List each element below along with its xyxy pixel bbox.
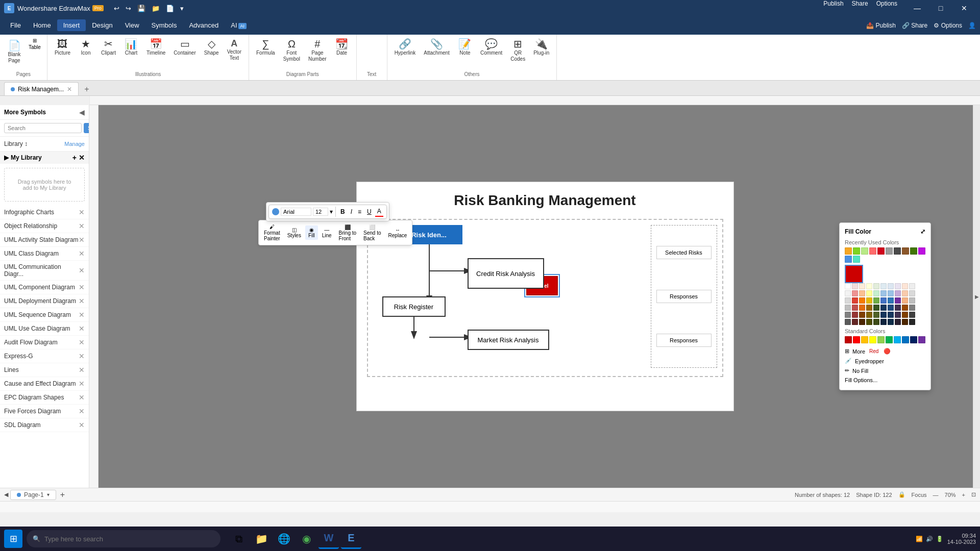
color-swatch[interactable]: [902, 247, 909, 255]
clipart-btn[interactable]: ✂ Clipart: [98, 37, 119, 58]
color-swatch[interactable]: [853, 256, 860, 263]
color-swatch[interactable]: [866, 290, 872, 296]
sidebar-item-close-icon[interactable]: ✕: [79, 297, 85, 305]
sidebar-item-close-icon[interactable]: ✕: [79, 352, 85, 360]
menu-item-symbols[interactable]: Symbols: [145, 19, 183, 31]
diagram-canvas[interactable]: Risk Banking Management Risk Iden... Lab…: [108, 105, 973, 488]
color-swatch[interactable]: [852, 319, 858, 325]
add-page-btn[interactable]: +: [58, 490, 67, 499]
color-swatch[interactable]: [888, 283, 894, 289]
color-swatch[interactable]: [909, 312, 915, 318]
sidebar-item-sdl-diagram[interactable]: SDL Diagram✕: [0, 418, 89, 432]
color-swatch[interactable]: [909, 319, 915, 325]
color-swatch[interactable]: [873, 297, 879, 304]
shape-risk-register[interactable]: Risk Register: [382, 296, 446, 317]
sidebar-item-close-icon[interactable]: ✕: [79, 249, 85, 258]
standard-color-swatch[interactable]: [845, 336, 852, 343]
close-library-btn[interactable]: ✕: [79, 154, 85, 162]
new-btn[interactable]: 📄: [164, 4, 176, 13]
font-size-down-icon[interactable]: ▾: [330, 208, 333, 215]
menu-item-advanced[interactable]: Advanced: [183, 19, 225, 31]
color-swatch[interactable]: [866, 283, 872, 289]
color-swatch[interactable]: [845, 319, 851, 325]
attachment-btn[interactable]: 📎 Attachment: [421, 37, 453, 58]
menu-item-file[interactable]: File: [4, 19, 27, 31]
undo-btn[interactable]: ↩: [112, 4, 121, 13]
share-icon[interactable]: 🔗 Share: [902, 22, 927, 29]
standard-color-swatch[interactable]: [894, 336, 901, 343]
color-swatch[interactable]: [873, 283, 879, 289]
blank-page-btn[interactable]: 📄 BlankPage: [4, 37, 24, 67]
color-swatch[interactable]: [909, 305, 915, 311]
fill-btn[interactable]: ◉ Fill: [305, 226, 318, 240]
color-swatch[interactable]: [880, 312, 887, 318]
standard-color-swatch[interactable]: [910, 336, 917, 343]
save-btn[interactable]: 💾: [135, 4, 148, 13]
publish-icon[interactable]: 📤 Publish: [866, 22, 896, 29]
color-swatch[interactable]: [845, 297, 851, 304]
taskbar-edge[interactable]: 🌐: [274, 529, 294, 549]
sidebar-item-express-g[interactable]: Express-G✕: [0, 349, 89, 363]
more-colors-action[interactable]: ⊞ More Red 🔴: [845, 346, 925, 356]
replace-btn[interactable]: ↔ Replace: [385, 226, 410, 240]
color-swatch[interactable]: [852, 312, 858, 318]
line-btn[interactable]: — Line: [319, 226, 335, 240]
vector-text-btn[interactable]: A VectorText: [224, 37, 244, 63]
standard-color-swatch[interactable]: [902, 336, 909, 343]
bold-btn[interactable]: B: [338, 207, 347, 216]
menu-item-view[interactable]: View: [119, 19, 145, 31]
font-selector[interactable]: Arial: [281, 208, 311, 216]
right-panel-collapse[interactable]: ▶: [973, 105, 980, 488]
align-btn[interactable]: ≡: [356, 207, 363, 216]
timeline-btn[interactable]: 📅 Timeline: [143, 37, 168, 58]
color-swatch[interactable]: [895, 283, 901, 289]
taskbar-task-view[interactable]: ⧉: [229, 529, 249, 549]
page-number-btn[interactable]: # PageNumber: [305, 37, 330, 64]
shape-market-risk[interactable]: Market Risk Analysis: [468, 330, 549, 350]
color-swatch[interactable]: [859, 290, 865, 296]
color-swatch[interactable]: [873, 312, 879, 318]
sidebar-item-close-icon[interactable]: ✕: [79, 208, 85, 216]
search-button[interactable]: Search: [84, 123, 89, 133]
color-swatch[interactable]: [909, 297, 915, 304]
close-btn[interactable]: ✕: [952, 0, 976, 16]
sidebar-item-close-icon[interactable]: ✕: [79, 407, 85, 415]
color-swatch[interactable]: [880, 297, 887, 304]
color-swatch[interactable]: [894, 247, 901, 255]
color-swatch[interactable]: [853, 247, 860, 255]
color-swatch[interactable]: [852, 290, 858, 296]
font-size-selector[interactable]: 12: [313, 208, 328, 216]
maximize-btn[interactable]: □: [929, 0, 952, 16]
no-fill-action[interactable]: ✏ No Fill: [845, 366, 925, 375]
color-swatch[interactable]: [861, 247, 868, 255]
color-swatch[interactable]: [902, 305, 908, 311]
options-icon[interactable]: ⚙ Options: [934, 22, 962, 29]
zoom-out-btn[interactable]: —: [933, 492, 939, 498]
menu-item-design[interactable]: Design: [86, 19, 118, 31]
page-nav-prev[interactable]: ◀: [4, 491, 8, 498]
color-swatch[interactable]: [859, 312, 865, 318]
font-symbol-btn[interactable]: Ω FontSymbol: [280, 37, 303, 64]
plug-in-btn[interactable]: 🔌 Plug-in: [530, 37, 552, 58]
sidebar-item-uml-use-case[interactable]: UML Use Case Diagram✕: [0, 322, 89, 336]
fill-options-action[interactable]: Fill Options...: [845, 375, 925, 385]
sidebar-item-close-icon[interactable]: ✕: [79, 380, 85, 388]
sidebar-item-close-icon[interactable]: ✕: [79, 236, 85, 244]
menu-item-ai[interactable]: AIAI: [225, 19, 253, 31]
container-btn[interactable]: ▭ Container: [170, 37, 199, 58]
color-swatch[interactable]: [845, 312, 851, 318]
options-btn[interactable]: Options: [876, 0, 897, 7]
color-swatch[interactable]: [910, 247, 917, 255]
share-btn[interactable]: Share: [852, 0, 868, 7]
note-btn[interactable]: 📝 Note: [455, 37, 475, 58]
standard-color-swatch[interactable]: [853, 336, 860, 343]
color-swatch[interactable]: [845, 283, 851, 289]
sidebar-item-infographic-charts[interactable]: Infographic Charts✕: [0, 206, 89, 219]
sidebar-item-epc-diagram[interactable]: EPC Diagram Shapes✕: [0, 391, 89, 405]
color-swatch[interactable]: [866, 297, 872, 304]
sidebar-item-close-icon[interactable]: ✕: [79, 283, 85, 291]
page-tab-1[interactable]: Page-1 ▾: [10, 490, 56, 500]
sidebar-collapse-btn[interactable]: ◀: [79, 108, 85, 116]
menu-item-home[interactable]: Home: [27, 19, 57, 31]
sidebar-item-cause-effect[interactable]: Cause and Effect Diagram✕: [0, 377, 89, 391]
